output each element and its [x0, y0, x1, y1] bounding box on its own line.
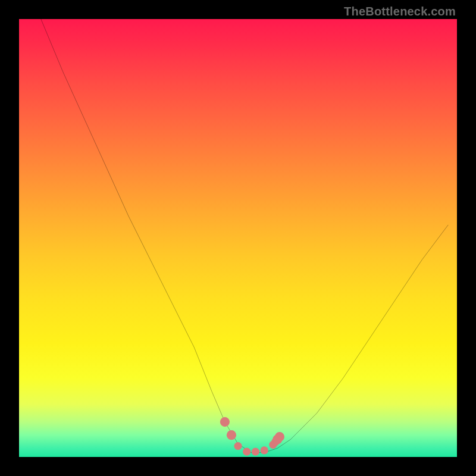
optimal-marker — [220, 417, 230, 427]
curve-layer — [19, 19, 457, 457]
plot-area — [19, 19, 457, 457]
optimal-markers — [220, 417, 284, 456]
source-label: TheBottleneck.com — [344, 5, 456, 18]
optimal-marker — [243, 448, 250, 456]
optimal-marker — [252, 448, 259, 456]
optimal-marker — [261, 446, 268, 454]
optimal-marker — [227, 430, 236, 440]
optimal-marker — [234, 442, 242, 450]
bottleneck-curve — [41, 19, 448, 453]
chart-frame: TheBottleneck.com — [0, 0, 476, 476]
optimal-marker — [275, 432, 284, 441]
